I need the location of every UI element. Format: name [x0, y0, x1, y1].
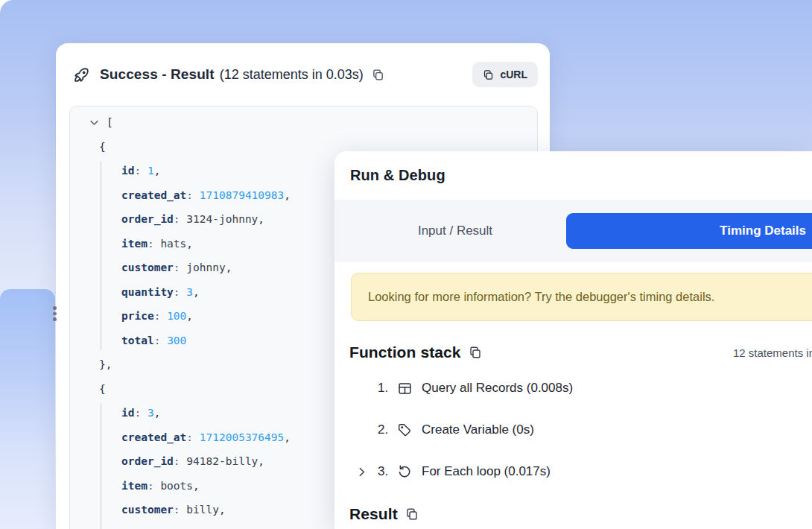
code-colon: : [154, 335, 167, 346]
code-key: customer [121, 504, 174, 516]
function-stack-header: Function stack 12 statements in [334, 321, 812, 361]
code-key: order_id [121, 213, 174, 225]
code-comma: , [193, 286, 200, 298]
code-punctuation: { [99, 383, 106, 395]
background-accent-panel [0, 289, 55, 529]
code-key: item [121, 480, 148, 492]
code-value: 3 [186, 286, 193, 298]
function-stack-item-number: 3. [378, 464, 396, 479]
code-comma: , [193, 480, 200, 492]
result-heading: Result [349, 505, 398, 523]
code-value: hats [160, 238, 186, 250]
code-punctuation: { [99, 141, 106, 153]
loop-icon [397, 464, 413, 479]
code-comma: , [186, 310, 193, 322]
statements-summary: 12 statements in [733, 346, 812, 359]
code-value: 3 [148, 407, 154, 419]
indent-guide [101, 161, 101, 350]
rocket-icon [72, 66, 91, 84]
code-key: id [121, 165, 134, 177]
code-colon: : [174, 213, 186, 225]
code-key: quantity [121, 286, 174, 298]
code-comma: , [186, 238, 193, 250]
code-value: 100 [167, 310, 186, 322]
code-colon: : [134, 165, 147, 177]
code-colon: : [148, 238, 160, 250]
curl-button[interactable]: cURL [472, 62, 538, 87]
result-section-header: Result [334, 502, 812, 523]
code-value: 1 [148, 165, 154, 177]
code-punctuation: [ [107, 116, 113, 128]
copy-result-icon[interactable] [372, 69, 384, 81]
code-comma: , [154, 165, 161, 177]
tag-icon [397, 422, 413, 437]
code-value: 1710879410983 [200, 189, 285, 201]
copy-curl-icon [483, 69, 494, 80]
code-colon: : [186, 431, 199, 443]
copy-result-section-icon[interactable] [405, 507, 419, 521]
indent-guide [101, 403, 101, 529]
code-key: item [121, 238, 148, 250]
tab-timing-details[interactable]: Timing Details [566, 213, 812, 249]
table-icon [397, 381, 413, 396]
code-value: 3124-johnny [186, 213, 258, 225]
code-key: price [121, 310, 154, 322]
run-debug-panel: Run & Debug Input / Result Timing Detail… [334, 151, 812, 529]
function-stack-item-number: 1. [378, 381, 396, 396]
code-colon: : [174, 262, 186, 273]
function-stack-item[interactable]: 1.Query all Records (0.008s) [334, 377, 812, 399]
code-comma: , [154, 407, 161, 419]
code-value: billy [186, 504, 219, 516]
code-comma: , [258, 455, 264, 467]
result-card-header: Success - Result (12 statements in 0.03s… [56, 43, 550, 106]
debug-tab-strip: Input / Result Timing Details [334, 200, 812, 262]
function-stack-item-label: For Each loop (0.017s) [422, 464, 551, 479]
info-banner: Looking for more information? Try the de… [351, 273, 812, 321]
run-debug-title: Run & Debug [334, 151, 812, 184]
code-value: 94182-billy [186, 455, 258, 467]
chevron-down-icon[interactable] [89, 117, 101, 128]
code-value: 1712005376495 [200, 431, 285, 443]
code-value: johnny [186, 262, 225, 273]
code-comma: , [219, 504, 226, 516]
copy-function-stack-icon[interactable] [469, 346, 482, 359]
function-stack-heading: Function stack [349, 343, 461, 361]
code-colon: : [134, 407, 147, 419]
result-title: Success - Result [100, 66, 215, 83]
drag-handle-icon[interactable] [53, 306, 57, 321]
code-line: [ [89, 110, 537, 135]
code-key: id [121, 407, 134, 419]
tab-input-result[interactable]: Input / Result [334, 224, 565, 238]
code-key: created_at [121, 189, 186, 201]
chevron-right-icon[interactable] [355, 466, 370, 478]
code-colon: : [174, 504, 186, 516]
code-key: customer [121, 262, 174, 273]
code-colon: : [186, 189, 199, 201]
code-comma: , [284, 431, 291, 443]
code-punctuation: }, [99, 358, 112, 370]
code-colon: : [174, 455, 186, 467]
code-comma: , [226, 262, 232, 273]
code-key: created_at [121, 431, 186, 443]
code-colon: : [174, 286, 186, 298]
code-colon: : [154, 310, 167, 322]
function-stack-item-label: Query all Records (0.008s) [422, 381, 573, 396]
code-key: order_id [121, 455, 174, 467]
code-key: total [121, 335, 154, 346]
function-stack-list: 1.Query all Records (0.008s)2.Create Var… [334, 377, 812, 483]
code-comma: , [284, 189, 291, 201]
function-stack-item[interactable]: 2.Create Variable (0s) [334, 419, 812, 441]
function-stack-item-label: Create Variable (0s) [422, 422, 534, 437]
curl-button-label: cURL [500, 69, 527, 80]
function-stack-item[interactable]: 3.For Each loop (0.017s) [334, 460, 812, 483]
function-stack-item-number: 2. [378, 422, 396, 437]
code-value: 300 [167, 335, 186, 346]
result-subtitle: (12 statements in 0.03s) [220, 67, 364, 83]
code-value: boots [160, 480, 193, 492]
code-colon: : [148, 480, 160, 492]
code-comma: , [258, 213, 264, 225]
